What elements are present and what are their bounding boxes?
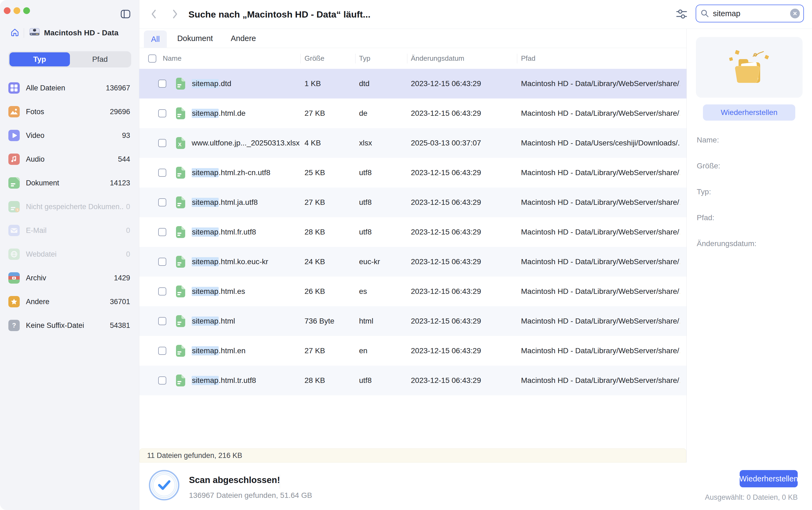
- select-all-checkbox[interactable]: [148, 55, 156, 63]
- search-match-highlight: sitemap: [192, 228, 219, 237]
- file-modified-date: 2023-12-15 06:43:29: [411, 306, 481, 336]
- recover-button-primary[interactable]: Wiederherstellen: [740, 470, 798, 487]
- table-row[interactable]: sitemap.html.tr.utf828 KButf82023-12-15 …: [139, 366, 687, 395]
- minimize-window-button[interactable]: [13, 7, 20, 14]
- table-row[interactable]: sitemap.html.en27 KBen2023-12-15 06:43:2…: [139, 336, 687, 366]
- document-file-icon: [175, 98, 185, 128]
- back-icon[interactable]: [150, 8, 158, 21]
- sidebar-item-e-mail[interactable]: E-Mail0: [0, 218, 139, 242]
- row-checkbox[interactable]: [158, 347, 166, 355]
- table-row[interactable]: sitemap.html.ko.euc-kr24 KBeuc-kr2023-12…: [139, 247, 687, 277]
- row-checkbox[interactable]: [158, 80, 166, 88]
- tab-andere[interactable]: Andere: [229, 29, 258, 48]
- sidebar-item-webdatei[interactable]: Webdatei0: [0, 242, 139, 266]
- file-path: Macintosh HD - Data/Library/WebServer/sh…: [521, 366, 680, 395]
- sidebar-item-video[interactable]: Video93: [0, 124, 139, 147]
- column-header-type[interactable]: Typ: [359, 48, 370, 69]
- file-modified-date: 2023-12-15 06:43:29: [411, 277, 481, 306]
- clear-search-icon[interactable]: [790, 9, 800, 18]
- sidebar-item-archiv[interactable]: Archiv1429: [0, 266, 139, 290]
- table-row[interactable]: sitemap.dtd1 KBdtd2023-12-15 06:43:29Mac…: [139, 69, 687, 98]
- sidebar-item-keine-suffix-datei[interactable]: ?Keine Suffix-Datei54381: [0, 313, 139, 337]
- search-match-highlight: sitemap: [192, 376, 219, 385]
- file-path: Macintosh HD - Data/Library/WebServer/sh…: [521, 277, 680, 306]
- row-checkbox[interactable]: [158, 169, 166, 177]
- file-modified-date: 2025-03-13 00:37:07: [411, 128, 481, 158]
- forward-icon[interactable]: [171, 8, 179, 21]
- segment-pfad[interactable]: Pfad: [70, 52, 130, 66]
- sidebar-item-fotos[interactable]: Fotos29696: [0, 100, 139, 124]
- row-checkbox[interactable]: [158, 139, 166, 147]
- file-type: utf8: [359, 158, 372, 187]
- row-checkbox[interactable]: [158, 228, 166, 236]
- document-file-icon: [175, 217, 185, 247]
- scan-complete-check-icon: [148, 470, 180, 501]
- file-type: euc-kr: [359, 247, 380, 277]
- close-window-button[interactable]: [4, 7, 10, 14]
- table-row[interactable]: sitemap.html.ja.utf827 KButf82023-12-15 …: [139, 187, 687, 217]
- tab-dokument[interactable]: Dokument: [177, 29, 213, 48]
- search-input[interactable]: [713, 9, 790, 18]
- column-header-size[interactable]: Größe: [304, 48, 324, 69]
- detail-label-änderungsdatum: Änderungsdatum:: [697, 239, 756, 248]
- file-path: Macintosh HD - Data/Library/WebServer/sh…: [521, 217, 680, 247]
- file-modified-date: 2023-12-15 06:43:29: [411, 336, 481, 366]
- mail-icon: [8, 225, 20, 236]
- row-checkbox[interactable]: [158, 288, 166, 296]
- column-header-date[interactable]: Änderungsdatum: [411, 48, 464, 69]
- detail-label-typ: Typ:: [697, 187, 711, 197]
- sidebar-item-audio[interactable]: Audio544: [0, 147, 139, 171]
- document-file-icon: [175, 306, 185, 336]
- filter-icon[interactable]: [676, 9, 687, 19]
- row-checkbox[interactable]: [158, 198, 166, 206]
- file-name: sitemap.html.ko.euc-kr: [192, 247, 302, 277]
- spreadsheet-file-icon: X: [175, 128, 185, 158]
- sidebar-item-andere[interactable]: Andere36701: [0, 290, 139, 313]
- table-row[interactable]: sitemap.html736 Bytehtml2023-12-15 06:43…: [139, 306, 687, 336]
- sidebar-item-count: 54381: [110, 321, 130, 330]
- sidebar-item-count: 544: [118, 155, 130, 163]
- document-file-icon: [175, 158, 185, 187]
- file-name: sitemap.html.tr.utf8: [192, 366, 302, 395]
- row-checkbox[interactable]: [158, 258, 166, 266]
- audio-icon: [8, 154, 20, 165]
- recover-button-secondary[interactable]: Wiederherstellen: [703, 104, 795, 121]
- file-name: sitemap.html.es: [192, 277, 302, 306]
- document-file-icon: [175, 247, 185, 277]
- document-file-icon: [175, 187, 185, 217]
- svg-text:X: X: [178, 142, 182, 147]
- column-header-name[interactable]: Name: [163, 48, 181, 69]
- file-size: 24 KB: [304, 247, 325, 277]
- table-row[interactable]: sitemap.html.de27 KBde2023-12-15 06:43:2…: [139, 98, 687, 128]
- sidebar-item-count: 136967: [106, 84, 130, 92]
- file-path: Macintosh HD - Data/Library/WebServer/sh…: [521, 187, 680, 217]
- sidebar-item-nicht-gespeicherte-dokumen[interactable]: Nicht gespeicherte Dokumen...0: [0, 195, 139, 218]
- table-row[interactable]: sitemap.html.fr.utf828 KButf82023-12-15 …: [139, 217, 687, 247]
- search-match-highlight: sitemap: [192, 79, 219, 88]
- segment-typ[interactable]: Typ: [9, 52, 70, 66]
- device-name: Macintosh HD - Data: [44, 29, 118, 37]
- file-type: de: [359, 98, 368, 128]
- zoom-window-button[interactable]: [23, 7, 30, 14]
- file-type: dtd: [359, 69, 370, 98]
- sidebar-item-dokument[interactable]: Dokument14123: [0, 171, 139, 195]
- sidebar-item-count: 0: [126, 250, 130, 259]
- detail-label-pfad: Pfad:: [697, 213, 714, 222]
- table-row[interactable]: sitemap.html.es26 KBes2023-12-15 06:43:2…: [139, 277, 687, 306]
- file-type: utf8: [359, 366, 372, 395]
- column-divider: [300, 54, 301, 63]
- file-path: Macintosh HD - Data/Users/ceshiji/Downlo…: [521, 128, 680, 158]
- sidebar-toggle-icon[interactable]: [121, 10, 130, 18]
- document-file-icon: [175, 336, 185, 366]
- sidebar: Macintosh HD - Data Typ Pfad Alle Dateie…: [0, 0, 139, 510]
- tab-all[interactable]: All: [144, 30, 167, 48]
- row-checkbox[interactable]: [158, 377, 166, 385]
- row-checkbox[interactable]: [158, 317, 166, 325]
- table-row[interactable]: sitemap.html.zh-cn.utf825 KButf82023-12-…: [139, 158, 687, 187]
- sidebar-item-alle-dateien[interactable]: Alle Dateien136967: [0, 76, 139, 100]
- file-name: www.ultfone.jp..._20250313.xlsx: [192, 128, 302, 158]
- home-icon[interactable]: [10, 28, 20, 38]
- row-checkbox[interactable]: [158, 109, 166, 117]
- column-header-path[interactable]: Pfad: [521, 48, 535, 69]
- table-row[interactable]: Xwww.ultfone.jp..._20250313.xlsx4 KBxlsx…: [139, 128, 687, 158]
